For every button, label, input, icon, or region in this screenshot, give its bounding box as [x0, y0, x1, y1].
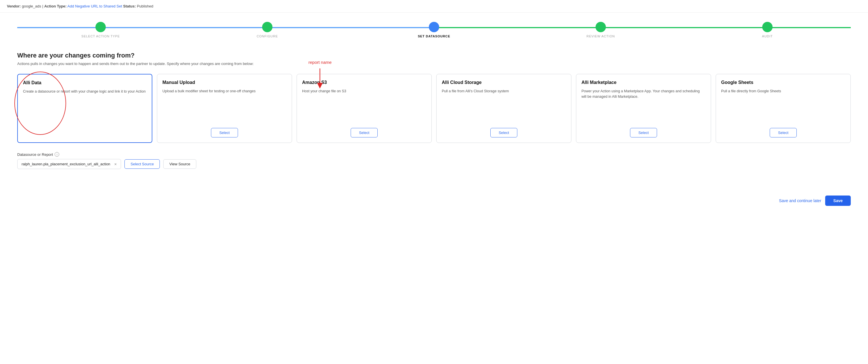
card-alli-data-title: Alli Data [23, 80, 147, 85]
card-manual-upload-desc: Upload a bulk modifier sheet for testing… [162, 89, 286, 123]
action-type-prefix: Action Type: [44, 4, 67, 8]
step-label-4: REVIEW ACTION [587, 34, 615, 38]
view-source-button[interactable]: View Source [163, 159, 196, 169]
vendor-value: google_ads [22, 4, 41, 8]
step-audit[interactable]: AUDIT [684, 22, 851, 38]
step-select-action-type[interactable]: SELECT ACTION TYPE [17, 22, 184, 38]
step-circle-5 [762, 22, 773, 32]
card-amazon-s3-title: Amazon S3 [302, 80, 426, 85]
card-manual-upload[interactable]: Manual Upload Upload a bulk modifier she… [157, 74, 292, 143]
card-alli-marketplace-title: Alli Marketplace [582, 80, 706, 85]
step-configure[interactable]: CONFIGURE [184, 22, 351, 38]
save-button[interactable]: Save [825, 195, 851, 206]
step-label-1: SELECT ACTION TYPE [81, 34, 120, 38]
status-value-text: Published [137, 4, 153, 8]
card-alli-marketplace-desc: Power your Action using a Marketplace Ap… [582, 89, 706, 123]
action-type-link[interactable]: Add Negative URL to Shared Set [67, 4, 122, 8]
card-amazon-s3-btn-area: Select [302, 128, 426, 138]
main-content: Where are your changes coming from? Acti… [0, 45, 868, 184]
step-circle-1 [95, 22, 106, 32]
separator: | [42, 4, 44, 8]
vendor-label: Vendor: [7, 4, 21, 8]
cards-grid: Alli Data Create a datasource or report … [17, 74, 851, 143]
datasource-input-row: ralph_lauren.pla_placement_exclusion_url… [17, 159, 851, 169]
top-bar: Vendor: google_ads | Action Type: Add Ne… [0, 0, 868, 13]
select-alli-cloud-storage-button[interactable]: Select [490, 128, 517, 138]
select-alli-marketplace-button[interactable]: Select [630, 128, 657, 138]
card-alli-cloud-storage-desc: Pull a file from Alli's Cloud Storage sy… [442, 89, 566, 123]
step-circle-2 [262, 22, 273, 32]
step-circle-3 [429, 22, 439, 32]
save-continue-later-button[interactable]: Save and continue later [779, 199, 821, 203]
datasource-label: Datasource or Report i [17, 152, 851, 157]
card-google-sheets-title: Google Sheets [721, 80, 845, 85]
datasource-row: Datasource or Report i ralph_lauren.pla_… [17, 152, 851, 169]
card-alli-data[interactable]: Alli Data Create a datasource or report … [17, 74, 152, 143]
info-icon[interactable]: i [55, 152, 59, 157]
select-google-sheets-button[interactable]: Select [770, 128, 797, 138]
card-alli-cloud-storage-title: Alli Cloud Storage [442, 80, 566, 85]
card-alli-marketplace[interactable]: Alli Marketplace Power your Action using… [576, 74, 711, 143]
card-google-sheets[interactable]: Google Sheets Pull a file directly from … [716, 74, 851, 143]
select-source-button[interactable]: Select Source [124, 159, 160, 169]
stepper-container: SELECT ACTION TYPE CONFIGURE SET DATASOU… [0, 13, 868, 45]
select-manual-upload-button[interactable]: Select [211, 128, 238, 138]
step-set-datasource[interactable]: SET DATASOURCE [351, 22, 517, 38]
card-amazon-s3[interactable]: Amazon S3 Host your change file on S3 Se… [297, 74, 432, 143]
step-review-action[interactable]: REVIEW ACTION [517, 22, 684, 38]
card-alli-cloud-storage-btn-area: Select [442, 128, 566, 138]
card-google-sheets-btn-area: Select [721, 128, 845, 138]
step-label-5: AUDIT [762, 34, 773, 38]
stepper: SELECT ACTION TYPE CONFIGURE SET DATASOU… [17, 22, 851, 38]
card-google-sheets-desc: Pull a file directly from Google Sheets [721, 89, 845, 123]
step-label-2: CONFIGURE [257, 34, 278, 38]
pill-close-icon[interactable]: × [114, 161, 117, 166]
section-title: Where are your changes coming from? [17, 52, 851, 59]
card-alli-marketplace-btn-area: Select [582, 128, 706, 138]
step-circle-4 [595, 22, 606, 32]
card-alli-cloud-storage[interactable]: Alli Cloud Storage Pull a file from Alli… [436, 74, 571, 143]
card-manual-upload-btn-area: Select [162, 128, 286, 138]
section-desc: Actions pulls in changes you want to hap… [17, 62, 851, 66]
bottom-bar: Save and continue later Save [0, 190, 868, 212]
card-alli-data-desc: Create a datasource or report with your … [23, 89, 147, 137]
card-amazon-s3-desc: Host your change file on S3 [302, 89, 426, 123]
card-manual-upload-title: Manual Upload [162, 80, 286, 85]
datasource-value: ralph_lauren.pla_placement_exclusion_url… [22, 162, 111, 166]
select-amazon-s3-button[interactable]: Select [351, 128, 378, 138]
datasource-input-pill[interactable]: ralph_lauren.pla_placement_exclusion_url… [17, 159, 121, 169]
step-label-3: SET DATASOURCE [418, 34, 451, 38]
datasource-label-text: Datasource or Report [17, 152, 53, 157]
status-prefix-label: Status: [123, 4, 136, 8]
